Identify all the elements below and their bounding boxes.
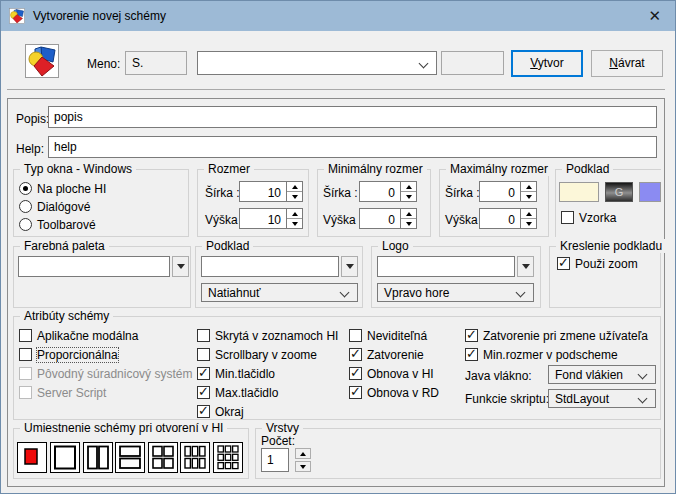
spinner-down-icon[interactable] (521, 218, 536, 228)
checkbox-zatvorenie[interactable]: Zatvorenie (349, 347, 424, 362)
color-swatch-gradient[interactable]: G (605, 182, 633, 202)
name-prefix-field[interactable]: S. (125, 51, 187, 75)
checkbox-vzorka[interactable]: Vzorka (561, 210, 616, 225)
spinner-up-icon[interactable] (521, 182, 536, 191)
checkbox-icon[interactable] (561, 211, 574, 224)
max-sirka-spinner[interactable]: 0 (479, 181, 537, 202)
checkbox-obnova-v-rd[interactable]: Obnova v RD (349, 385, 439, 400)
spinner-up-icon[interactable] (287, 182, 302, 191)
layout-two-columns-button[interactable] (83, 442, 113, 473)
spinner-up-icon[interactable] (401, 209, 416, 218)
farebna-paleta-combo[interactable] (18, 256, 170, 277)
spinner-down-icon[interactable] (401, 191, 416, 201)
spinner-up-icon[interactable] (521, 209, 536, 218)
logo-combo[interactable] (377, 256, 515, 277)
checkbox-icon[interactable] (349, 367, 362, 380)
logo-dropdown-button[interactable] (517, 256, 534, 277)
layout-current-position-button[interactable] (17, 442, 47, 473)
checkbox-aplikacne-modalna[interactable]: Aplikačne modálna (19, 328, 138, 343)
rozmer-sirka-spinner[interactable]: 10 (239, 181, 303, 202)
logo-position-select[interactable]: Vpravo hore (377, 283, 534, 302)
spinner-up-icon[interactable] (287, 209, 302, 218)
checkbox-icon[interactable] (197, 386, 210, 399)
pocet-input[interactable]: 1 (261, 448, 289, 472)
podklad-mode-select[interactable]: Natiahnuť (201, 283, 358, 302)
checkbox-label: Min.tlačidlo (215, 367, 275, 381)
radio-toolbarove[interactable]: Toolbarové (19, 217, 96, 232)
checkbox-icon[interactable] (197, 367, 210, 380)
max-sirka-value[interactable]: 0 (479, 181, 521, 202)
radio-icon[interactable] (19, 218, 32, 231)
popis-input[interactable]: popis (48, 106, 657, 128)
rozmer-vyska-spinner[interactable]: 10 (239, 208, 303, 229)
checkbox-icon[interactable] (19, 329, 32, 342)
checkbox-icon[interactable] (19, 348, 32, 361)
checkbox-icon[interactable] (197, 348, 210, 361)
rozmer-vyska-value[interactable]: 10 (239, 208, 287, 229)
spinner-down-icon[interactable] (287, 218, 302, 228)
help-input[interactable]: help (48, 136, 657, 158)
checkbox-okraj[interactable]: Okraj (197, 404, 244, 419)
max-vyska-value[interactable]: 0 (479, 208, 521, 229)
chevron-down-icon[interactable] (419, 59, 429, 69)
checkbox-icon[interactable] (197, 329, 210, 342)
color-swatch-cream[interactable] (559, 182, 599, 202)
checkbox-proporcionalna[interactable]: Proporcionálna (19, 347, 118, 362)
layout-grid-3x2-button[interactable] (180, 442, 210, 473)
checkbox-scrollbary-v-zoome[interactable]: Scrollbary v zoome (197, 347, 317, 362)
pocet-up-button[interactable] (295, 448, 311, 459)
rozmer-sirka-value[interactable]: 10 (239, 181, 287, 202)
java-vlakno-select[interactable]: Fond vlákien (548, 365, 656, 384)
podklad-combo[interactable] (201, 256, 339, 277)
spinner-down-icon[interactable] (521, 191, 536, 201)
close-icon[interactable]: ✕ (648, 8, 661, 23)
checkbox-max-tlacidlo[interactable]: Max.tlačidlo (197, 385, 278, 400)
min-sirka-spinner[interactable]: 0 (359, 181, 417, 202)
group-farebna-paleta-label: Farebná paleta (20, 239, 109, 253)
podklad-dropdown-button[interactable] (341, 256, 358, 277)
pocet-down-button[interactable] (295, 461, 311, 472)
checkbox-min-rozmer-v-podscheme[interactable]: Min.rozmer v podscheme (465, 347, 618, 362)
checkbox-icon[interactable] (465, 329, 478, 342)
max-vyska-spinner[interactable]: 0 (479, 208, 537, 229)
checkbox-min-tlacidlo[interactable]: Min.tlačidlo (197, 366, 275, 381)
back-button[interactable]: Návrat (591, 50, 663, 77)
radio-icon[interactable] (19, 182, 32, 195)
radio-dialogove[interactable]: Dialógové (19, 199, 90, 214)
aux-field[interactable] (441, 51, 504, 75)
layout-single-pane-button[interactable] (50, 442, 80, 473)
checkbox-icon[interactable] (349, 386, 362, 399)
schema-name-combo[interactable] (197, 51, 437, 75)
checkbox-obnova-v-hi[interactable]: Obnova v HI (349, 366, 434, 381)
radio-na-ploche-hi[interactable]: Na ploche HI (19, 181, 106, 196)
layout-two-rows-button[interactable] (115, 442, 145, 473)
min-vyska-value[interactable]: 0 (359, 208, 401, 229)
checkbox-label: Zatvorenie (367, 348, 424, 362)
min-sirka-value[interactable]: 0 (359, 181, 401, 202)
spinner-down-icon[interactable] (287, 191, 302, 201)
spinner-up-icon[interactable] (401, 182, 416, 191)
checkbox-icon[interactable] (557, 257, 570, 270)
layout-grid-3x3-button[interactable] (213, 442, 243, 473)
radio-icon[interactable] (19, 200, 32, 213)
checkbox-skryta-v-zoznamoch[interactable]: Skrytá v zoznamoch HI (197, 328, 338, 343)
chevron-down-icon (340, 288, 350, 298)
spinner-down-icon[interactable] (401, 218, 416, 228)
dropdown-arrow-icon (346, 264, 354, 269)
checkbox-icon[interactable] (465, 348, 478, 361)
checkbox-pouzi-zoom[interactable]: Použi zoom (557, 256, 638, 271)
checkbox-neviditelna[interactable]: Neviditeľná (349, 328, 427, 343)
layout-grid-2x2-button[interactable] (148, 442, 178, 473)
help-value: help (54, 140, 77, 154)
checkbox-icon[interactable] (197, 405, 210, 418)
create-button[interactable]: Vytvor (511, 50, 583, 77)
farebna-paleta-dropdown-button[interactable] (172, 256, 189, 277)
checkbox-icon[interactable] (349, 348, 362, 361)
checkbox-label: Použi zoom (575, 257, 638, 271)
checkbox-icon[interactable] (349, 329, 362, 342)
checkbox-zatvorenie-pri-zmene[interactable]: Zatvorenie pri zmene užívateľa (465, 328, 648, 343)
schema-logo-button[interactable] (25, 44, 59, 78)
color-swatch-blue[interactable] (639, 182, 661, 202)
min-vyska-spinner[interactable]: 0 (359, 208, 417, 229)
funkcie-skriptu-select[interactable]: StdLayout (548, 389, 656, 408)
